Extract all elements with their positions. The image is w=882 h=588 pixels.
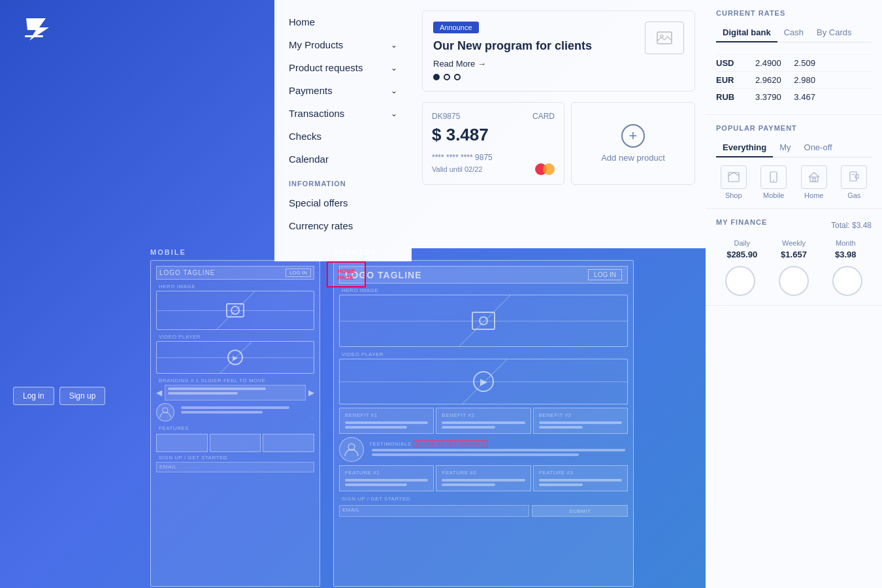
payment-gas[interactable]: Gas (837, 165, 872, 199)
eur-bycards (833, 75, 872, 85)
payment-home[interactable]: Home (796, 165, 832, 199)
mobile-wireframe: LOGO TAGLINE LOG IN HERO IMAGE VIDEO PLA… (150, 260, 320, 587)
desktop-features-cols: FEATURE #1 FEATURE #2 FEATURE #3 (339, 465, 628, 491)
add-product-label: Add new product (601, 153, 665, 163)
my-finance-section: MY FINANCE Total: $3.48 Daily $285.90 We… (706, 209, 882, 306)
weekly-value: $1.657 (768, 250, 819, 259)
desktop-login-btn[interactable]: LOG IN (588, 269, 622, 280)
desktop-submit-btn[interactable]: SUBMIT (532, 505, 628, 517)
current-rates-section: CURRENT RATES Digital bank Cash By Cards… (706, 0, 882, 115)
rates-tabs: Digital bank Cash By Cards (716, 24, 872, 42)
sidebar-item-my-products[interactable]: My Products ⌄ (274, 33, 412, 56)
usd-digital: 2.4900 (755, 58, 794, 68)
tab-one-off[interactable]: One-off (798, 139, 839, 157)
desktop-benefits-cols: BENEFIT #1 BENEFIT #2 BENEFIT #3 (339, 408, 628, 434)
sidebar-item-currency-rates-label: Currency rates (289, 220, 353, 231)
sidebar-item-payments[interactable]: Payments ⌄ (274, 79, 412, 102)
rates-row-eur: EUR 2.9620 2.980 (716, 71, 872, 88)
home-label: Home (804, 191, 823, 199)
circle-weekly (779, 266, 809, 296)
sidebar-item-currency-rates[interactable]: Currency rates (274, 214, 412, 237)
popular-payment-section: POPULAR PAYMENT Everything My One-off Sh… (706, 115, 882, 209)
b2-line (442, 421, 525, 424)
read-more-link[interactable]: Read More → (433, 59, 684, 69)
mobile-header: LOGO TAGLINE LOG IN (156, 266, 314, 280)
desktop-wireframe: LOGO TAGLINE LOG IN HERO IMAGE VIDEO PLA… (333, 260, 634, 587)
sidebar-item-special-offers[interactable]: Special offers (274, 191, 412, 214)
mobile-video-player: ▶ (156, 341, 314, 374)
mobile-wireframe-wrapper: MOBILE LOGO TAGLINE LOG IN HERO IMAGE VI… (150, 248, 320, 588)
play-icon[interactable]: ▶ (227, 350, 243, 365)
person-avatar (156, 403, 174, 421)
right-panel: CURRENT RATES Digital bank Cash By Cards… (706, 0, 882, 588)
email-placeholder: EMAIL (157, 463, 314, 471)
payment-mobile[interactable]: Mobile (757, 165, 792, 199)
tab-by-cards[interactable]: By Cards (810, 24, 858, 42)
desktop-feature-3: FEATURE #3 (533, 465, 628, 491)
currency-rub: RUB (716, 92, 755, 102)
mobile-video-label: VIDEO PLAYER (156, 333, 314, 341)
svg-rect-8 (813, 178, 815, 182)
sidebar-item-product-requests[interactable]: Product requests ⌄ (274, 56, 412, 79)
announce-card: Announce Our New program for clients Rea… (422, 10, 695, 91)
bank-card: DK9875 CARD $ 3.487 **** **** **** 9875 … (422, 102, 564, 185)
dot-inactive (444, 74, 450, 80)
chevron-down-icon: ⌄ (391, 86, 397, 95)
feature-2-label: FEATURE #2 (439, 468, 527, 477)
circle-monthly (832, 266, 862, 296)
sidebar-item-transactions[interactable]: Transactions ⌄ (274, 102, 412, 125)
announce-badge: Announce (433, 22, 479, 33)
desktop-header: LOGO TAGLINE LOG IN (339, 266, 628, 284)
announce-title: Our New program for clients (433, 39, 629, 54)
camera-icon (226, 303, 244, 318)
slider-next-icon[interactable]: ▶ (308, 388, 314, 397)
monthly-value: $3.98 (820, 250, 872, 259)
sidebar-item-checks-label: Checks (289, 131, 321, 142)
rub-bycards (833, 92, 872, 102)
weekly-label: Weekly (768, 239, 819, 247)
card-number: **** **** **** 9875 (432, 153, 555, 162)
desktop-signup-label: SIGN UP / GET STARTED (339, 495, 628, 503)
slider-line-1 (168, 387, 266, 390)
finance-monthly: Month $3.98 (820, 239, 872, 259)
tab-everything[interactable]: Everything (716, 139, 773, 157)
login-button[interactable]: Log in (13, 387, 54, 405)
add-product-card[interactable]: + Add new product (571, 102, 695, 185)
mobile-login-btn[interactable]: LOG IN (286, 269, 311, 277)
tab-digital-bank[interactable]: Digital bank (716, 24, 777, 42)
signup-button[interactable]: Sign up (59, 387, 106, 405)
desktop-feature-2: FEATURE #2 (436, 465, 531, 491)
mobile-icon (760, 165, 787, 189)
t-line (372, 449, 625, 451)
b3-line-2 (539, 426, 583, 429)
tl1 (181, 406, 289, 409)
card-amount: $ 3.487 (432, 125, 555, 145)
desktop-person-avatar (339, 437, 364, 462)
rates-row-rub: RUB 3.3790 3.467 (716, 88, 872, 105)
payment-shop[interactable]: Shop (716, 165, 751, 199)
eur-cash: 2.980 (794, 75, 832, 85)
sidebar-item-payments-label: Payments (289, 85, 333, 96)
desktop-email-field[interactable]: EMAIL (339, 505, 529, 517)
b1-line (345, 421, 428, 424)
tab-my[interactable]: My (773, 139, 797, 157)
slider-prev-icon[interactable]: ◀ (156, 388, 162, 397)
mastercard-icon (535, 163, 555, 175)
finance-columns: Daily $285.90 Weekly $1.657 Month $3.98 (716, 239, 872, 259)
sidebar-item-checks[interactable]: Checks (274, 125, 412, 148)
sidebar-item-calendar[interactable]: Calendar (274, 148, 412, 171)
main-dashboard-panel: Announce Our New program for clients Rea… (412, 0, 706, 248)
add-product-icon: + (621, 124, 645, 148)
mobile-email-field[interactable]: EMAIL (156, 462, 314, 472)
f2-line (442, 479, 525, 482)
sidebar-item-home[interactable]: Home (274, 10, 412, 33)
auth-area: Log in Sign up (13, 387, 105, 405)
benefit-1-label: BENEFIT #1 (342, 411, 431, 419)
tab-cash[interactable]: Cash (777, 24, 810, 42)
brand-logo-icon[interactable] (20, 13, 59, 50)
desktop-play-icon[interactable]: ▶ (473, 371, 494, 392)
sidebar-item-calendar-label: Calendar (289, 154, 329, 165)
mobile-branding-label: BRANDING # 1 SLIDER FEEL TO MOVE (156, 376, 314, 385)
rub-cash: 3.467 (794, 92, 832, 102)
wireframe-area: MOBILE LOGO TAGLINE LOG IN HERO IMAGE VI… (150, 248, 699, 588)
